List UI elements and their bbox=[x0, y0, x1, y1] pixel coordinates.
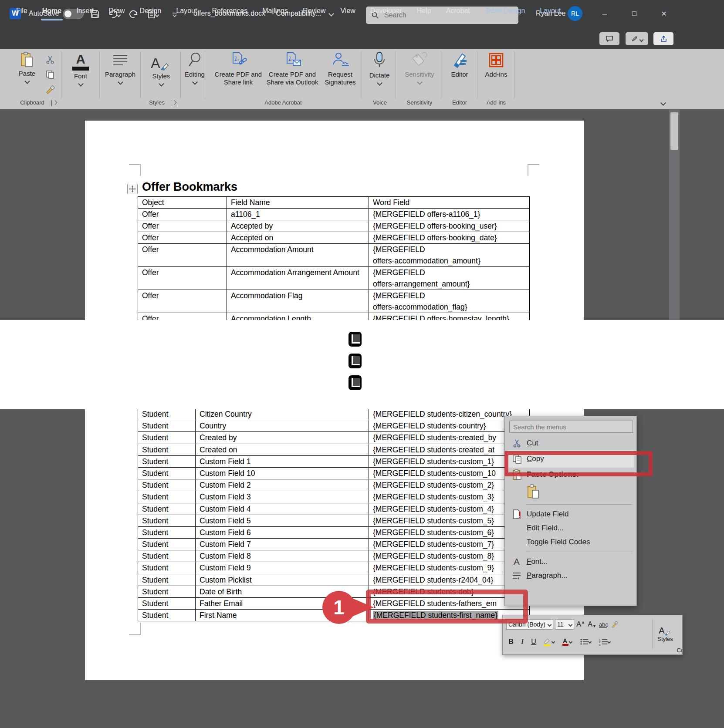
comments-button[interactable] bbox=[599, 32, 619, 45]
styles-button[interactable]: A Styles bbox=[652, 619, 678, 649]
table-cell[interactable]: a1106_1 bbox=[227, 209, 369, 220]
table-cell[interactable]: {MERGEFIELD offers-accommodation_flag} bbox=[369, 290, 528, 313]
table-cell[interactable]: Student bbox=[138, 539, 196, 550]
tab-acrobat[interactable]: Acrobat bbox=[439, 0, 477, 22]
format-painter-button[interactable] bbox=[610, 619, 619, 630]
table-cell[interactable]: Accommodation Arrangement Amount bbox=[227, 267, 369, 290]
table-cell[interactable]: Student bbox=[138, 527, 196, 538]
tab-review[interactable]: Review bbox=[295, 0, 333, 22]
table-cell[interactable]: Custom Field 5 bbox=[196, 515, 369, 526]
table-cell[interactable]: Custom Field 10 bbox=[196, 468, 369, 479]
menu-search-input[interactable] bbox=[510, 423, 630, 431]
scrollbar-thumb[interactable] bbox=[670, 112, 678, 150]
font-color-button[interactable]: A bbox=[558, 636, 575, 647]
bullets-button[interactable] bbox=[577, 636, 594, 647]
table-cell[interactable]: {MERGEFIELD offers-arrangement_amount} bbox=[369, 267, 528, 290]
maximize-button[interactable]: □ bbox=[626, 6, 643, 21]
document-heading[interactable]: Offer Bookmarks bbox=[142, 180, 237, 194]
table-cell[interactable]: Custom Field 8 bbox=[196, 550, 369, 562]
menu-item-toggle-field-codes[interactable]: Toggle Field Codes bbox=[507, 535, 634, 549]
paragraph-group-button[interactable]: Paragraph bbox=[101, 51, 139, 84]
copy-button[interactable] bbox=[43, 67, 58, 82]
table-cell[interactable]: Offer bbox=[138, 267, 227, 290]
table-cell[interactable]: Student bbox=[138, 562, 196, 573]
menu-search-box[interactable] bbox=[509, 421, 633, 433]
table-cell[interactable]: Student bbox=[138, 432, 196, 443]
tab-layout[interactable]: Layout bbox=[169, 0, 204, 22]
table-move-handle[interactable] bbox=[127, 184, 138, 194]
underline-button[interactable]: U bbox=[529, 636, 538, 647]
menu-item-cut[interactable]: Cut bbox=[507, 436, 634, 450]
table-cell[interactable]: {MERGEFIELD offers-a1106_1} bbox=[369, 209, 528, 220]
table-cell[interactable]: Accepted on bbox=[227, 232, 369, 243]
table-cell[interactable]: {MERGEFIELD offers-booking_user} bbox=[369, 220, 528, 232]
font-group-button[interactable]: A Font bbox=[64, 51, 97, 86]
tab-table-design[interactable]: Table Design bbox=[477, 0, 533, 22]
table-cell[interactable]: Citizen Country bbox=[196, 408, 369, 420]
table-cell[interactable]: Student bbox=[138, 574, 196, 586]
clipboard-dialog-launcher[interactable] bbox=[51, 100, 58, 106]
table-cell[interactable]: Object bbox=[138, 197, 227, 208]
scrollbar-track[interactable] bbox=[669, 109, 680, 320]
tab-draw[interactable]: Draw bbox=[101, 0, 132, 22]
menu-item-update-field[interactable]: !Update Field bbox=[507, 507, 634, 521]
table-cell[interactable]: Student bbox=[138, 515, 196, 526]
editing-mode-button[interactable] bbox=[626, 32, 648, 45]
numbering-button[interactable]: 123 bbox=[596, 636, 613, 647]
styles-group-button[interactable]: A Styles bbox=[144, 51, 179, 86]
table-cell[interactable]: Student bbox=[138, 491, 196, 502]
table-cell[interactable]: Custom Field 4 bbox=[196, 503, 369, 515]
tab-home[interactable]: Home bbox=[35, 0, 69, 22]
tab-design[interactable]: Design bbox=[132, 0, 169, 22]
table-cell[interactable]: Student bbox=[138, 420, 196, 431]
table-cell[interactable]: Student bbox=[138, 408, 196, 420]
table-cell[interactable]: Country bbox=[196, 420, 369, 431]
table-cell[interactable]: Created by bbox=[196, 432, 369, 443]
paste-button[interactable]: Paste bbox=[13, 51, 41, 83]
create-pdf-share-link-button[interactable]: Create PDF and Share link bbox=[210, 51, 267, 86]
tab-view[interactable]: View bbox=[333, 0, 362, 22]
shrink-font-button[interactable]: A▼ bbox=[587, 619, 597, 630]
table-cell[interactable]: Custom Field 6 bbox=[196, 527, 369, 538]
tab-layout[interactable]: Layout bbox=[532, 0, 568, 22]
highlight-color-button[interactable] bbox=[540, 636, 557, 647]
tab-file[interactable]: File bbox=[9, 0, 35, 22]
table-cell[interactable]: Word Field bbox=[369, 197, 528, 208]
tab-help[interactable]: Help bbox=[409, 0, 439, 22]
clear-formatting-button[interactable]: abc bbox=[599, 619, 608, 630]
table-cell[interactable]: Offer bbox=[138, 220, 227, 232]
table-cell[interactable]: Created on bbox=[196, 444, 369, 455]
bold-button[interactable]: B bbox=[506, 636, 516, 647]
avatar[interactable]: RL bbox=[568, 6, 582, 21]
share-button[interactable] bbox=[653, 32, 673, 45]
format-painter-button[interactable] bbox=[43, 82, 58, 97]
table-cell[interactable]: Offer bbox=[138, 290, 227, 313]
create-pdf-outlook-button[interactable]: Create PDF and Share via Outlook bbox=[261, 51, 323, 86]
table-cell[interactable]: Custom Field 7 bbox=[196, 539, 369, 550]
table-cell[interactable]: Student bbox=[138, 586, 196, 597]
table-cell[interactable]: Custom Field 9 bbox=[196, 562, 369, 573]
table-cell[interactable]: Student bbox=[138, 503, 196, 515]
table-cell[interactable]: Offer bbox=[138, 209, 227, 220]
grow-font-button[interactable]: A▲ bbox=[576, 619, 585, 630]
menu-item-font[interactable]: AFont... bbox=[507, 555, 634, 569]
tab-developer[interactable]: Developer bbox=[363, 0, 409, 22]
table-cell[interactable]: Accommodation Flag bbox=[227, 290, 369, 313]
font-size-combo[interactable]: 11 bbox=[555, 619, 574, 630]
tab-insert[interactable]: Insert bbox=[69, 0, 101, 22]
table-cell[interactable]: Student bbox=[138, 468, 196, 479]
request-signatures-button[interactable]: x Request Signatures bbox=[321, 51, 360, 86]
table-cell[interactable]: Custom Field 3 bbox=[196, 491, 369, 502]
styles-dialog-launcher[interactable] bbox=[171, 100, 177, 106]
table-cell[interactable]: {MERGEFIELD offers-accommodation_amount} bbox=[369, 244, 528, 266]
table-cell[interactable]: Accommodation Amount bbox=[227, 244, 369, 266]
paste-option-keep-source-button[interactable] bbox=[507, 482, 634, 502]
minimize-button[interactable]: – bbox=[596, 6, 613, 21]
table-cell[interactable]: Student bbox=[138, 456, 196, 467]
table-cell[interactable]: Custom Field 1 bbox=[196, 456, 369, 467]
table-cell[interactable]: Custom Picklist bbox=[196, 574, 369, 586]
table-cell[interactable]: Offer bbox=[138, 244, 227, 266]
tab-mailings[interactable]: Mailings bbox=[255, 0, 295, 22]
table-cell[interactable]: Student bbox=[138, 610, 196, 621]
table-cell[interactable]: Student bbox=[138, 598, 196, 609]
